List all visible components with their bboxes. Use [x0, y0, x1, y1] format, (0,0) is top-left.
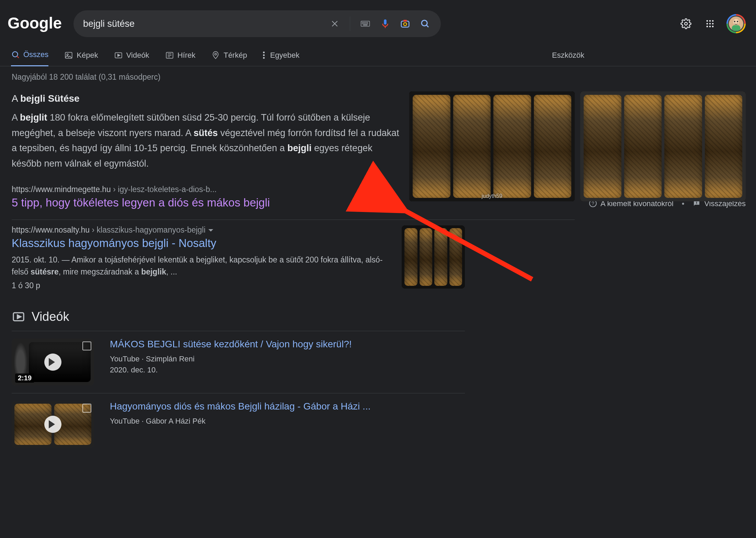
svg-rect-4 [362, 22, 363, 23]
tab-more[interactable]: Egyebek [263, 51, 300, 66]
svg-rect-48 [696, 203, 697, 204]
video-title[interactable]: MÁKOS BEJGLI sütése kezdőként / Vajon ho… [110, 339, 352, 350]
play-icon [44, 416, 61, 433]
svg-rect-7 [366, 22, 367, 23]
video-source: YouTube · Szimplán Reni [110, 355, 352, 363]
svg-rect-12 [366, 23, 367, 24]
apps-icon[interactable] [702, 16, 718, 31]
more-dots-icon [263, 52, 265, 59]
top-bar: Google bejgli sütése [0, 0, 756, 37]
svg-point-22 [709, 20, 711, 22]
featured-body: A bejglit 180 fokra előmelegített sütőbe… [12, 110, 403, 171]
svg-line-19 [426, 25, 428, 27]
svg-line-36 [17, 56, 19, 58]
video-title[interactable]: Hagyományos diós és mákos Bejgli házilag… [110, 401, 370, 412]
svg-point-38 [67, 54, 68, 55]
search-icon[interactable] [418, 17, 432, 31]
featured-heading: A bejgli Sütése [12, 91, 403, 106]
svg-point-34 [737, 21, 738, 22]
svg-rect-15 [401, 21, 409, 27]
svg-rect-47 [696, 202, 697, 203]
svg-point-18 [422, 20, 427, 26]
featured-image-2[interactable] [580, 91, 746, 201]
tab-maps[interactable]: Térkép [211, 51, 247, 66]
svg-rect-6 [365, 22, 366, 23]
result-url[interactable]: https://www.nosalty.hu › klasszikus-hagy… [12, 225, 388, 235]
featured-source-url[interactable]: https://www.mindmegette.hu › igy-lesz-to… [12, 185, 403, 194]
svg-point-33 [734, 21, 735, 22]
google-logo[interactable]: Google [8, 14, 62, 33]
search-result: https://www.nosalty.hu › klasszikus-hagy… [12, 225, 465, 290]
svg-point-35 [12, 52, 18, 57]
tab-videos[interactable]: Videók [114, 51, 149, 66]
svg-point-44 [215, 53, 216, 55]
svg-text:?: ? [592, 201, 594, 206]
svg-text:Google: Google [8, 14, 62, 32]
play-icon [44, 354, 61, 371]
result-thumbnail[interactable] [402, 225, 465, 289]
svg-rect-13 [367, 23, 368, 24]
url-caret-icon[interactable] [208, 229, 213, 234]
svg-rect-8 [367, 22, 368, 23]
featured-image-1[interactable]: judyth59 [409, 91, 575, 201]
expand-icon [82, 341, 91, 350]
video-duration: 2:19 [15, 373, 34, 383]
settings-icon[interactable] [678, 16, 694, 31]
svg-point-28 [709, 26, 711, 27]
expand-icon [82, 404, 91, 413]
svg-rect-9 [362, 23, 363, 24]
result-snippet: 2015. okt. 10. — Amikor a tojásfehérjéve… [12, 254, 388, 278]
svg-point-29 [712, 26, 714, 27]
video-result: Hagyományos diós és mákos Bejgli házilag… [12, 393, 465, 455]
video-result: 2:19 MÁKOS BEJGLI sütése kezdőként / Vaj… [12, 331, 465, 393]
svg-rect-11 [365, 23, 366, 24]
video-source: YouTube · Gábor A Házi Pék [110, 417, 370, 426]
camera-search-icon[interactable] [398, 17, 412, 31]
svg-point-24 [707, 23, 708, 25]
result-stats: Nagyjából 18 200 találat (0,31 másodperc… [12, 72, 746, 82]
svg-point-20 [685, 22, 687, 25]
tab-tools[interactable]: Eszközök [552, 51, 584, 66]
result-title[interactable]: Klasszikus hagyományos bejgli - Nosalty [12, 237, 388, 250]
svg-rect-32 [732, 25, 740, 31]
svg-point-27 [707, 26, 708, 27]
video-thumbnail[interactable]: 2:19 [12, 339, 94, 385]
search-input[interactable]: bejgli sütése [82, 10, 322, 37]
tab-images[interactable]: Képek [64, 51, 98, 66]
featured-snippet: A bejgli Sütése A bejglit 180 fokra előm… [12, 91, 746, 209]
svg-point-16 [404, 23, 407, 26]
keyboard-icon[interactable] [358, 17, 372, 31]
result-meta: 1 ó 30 p [12, 281, 388, 290]
featured-source-title[interactable]: 5 tipp, hogy tökéletes legyen a diós és … [12, 196, 403, 209]
svg-rect-14 [363, 25, 368, 26]
account-avatar[interactable] [726, 14, 746, 33]
tab-all[interactable]: Összes [11, 50, 48, 66]
svg-rect-10 [363, 23, 364, 24]
svg-rect-5 [363, 22, 364, 23]
svg-point-26 [712, 23, 714, 25]
video-thumbnail[interactable] [12, 401, 94, 448]
search-tabs: Összes Képek Videók Hírek Térkép Egyebek… [0, 37, 756, 66]
svg-point-21 [707, 20, 708, 22]
voice-search-icon[interactable] [378, 17, 392, 31]
svg-point-25 [709, 23, 711, 25]
video-date: 2020. dec. 10. [110, 366, 352, 374]
search-box: bejgli sütése [73, 10, 441, 37]
clear-icon[interactable] [328, 17, 342, 31]
svg-point-23 [712, 20, 714, 22]
videos-section-header: Videók [12, 310, 746, 324]
svg-rect-17 [403, 20, 407, 22]
tab-news[interactable]: Hírek [165, 51, 196, 66]
